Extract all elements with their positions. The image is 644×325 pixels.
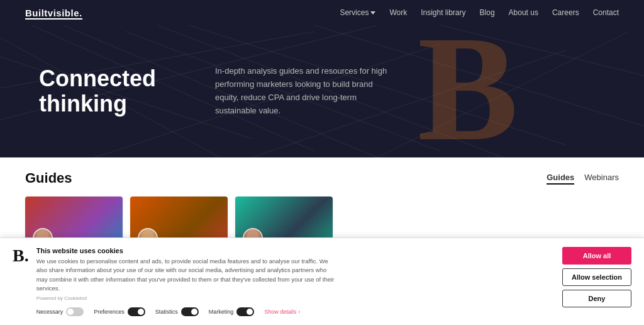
section-header: Guides Guides Webinars [25, 170, 619, 186]
toggle-preferences: Preferences [94, 307, 145, 316]
toggle-marketing-switch[interactable] [236, 307, 254, 316]
nav-work[interactable]: Work [389, 8, 407, 17]
cookie-banner: B. This website uses cookies We use cook… [0, 237, 644, 325]
cookie-title: This website uses cookies [36, 247, 552, 254]
toggle-necessary: Necessary [36, 307, 84, 316]
nav-blog[interactable]: Blog [480, 8, 495, 17]
section-tabs: Guides Webinars [547, 173, 619, 185]
section-title: Guides [25, 170, 72, 186]
hero-description: In-depth analysis guides and resources f… [215, 65, 391, 117]
toggle-preferences-label: Preferences [94, 309, 125, 315]
nav-services[interactable]: Services [340, 8, 375, 17]
chevron-down-icon [370, 11, 375, 14]
toggle-necessary-thumb [67, 309, 74, 315]
toggle-statistics-label: Statistics [155, 309, 178, 315]
cookie-toggles: Necessary Preferences Statistics [36, 307, 552, 316]
tab-webinars[interactable]: Webinars [584, 173, 619, 185]
nav-careers[interactable]: Careers [552, 8, 579, 17]
show-details-link[interactable]: Show details › [264, 309, 300, 315]
deny-button[interactable]: Deny [562, 290, 631, 307]
cookie-buttons: Allow all Allow selection Deny [562, 247, 631, 307]
cookie-text-area: This website uses cookies We use cookies… [36, 247, 552, 316]
toggle-preferences-switch[interactable] [128, 307, 145, 316]
site-logo[interactable]: Builtvisible. [25, 8, 82, 18]
chevron-right-icon: › [298, 309, 300, 315]
toggle-statistics-switch[interactable] [181, 307, 199, 316]
toggle-marketing-thumb [247, 309, 253, 315]
toggle-preferences-thumb [138, 309, 144, 315]
cookie-left: B. This website uses cookies We use cook… [13, 247, 552, 316]
nav-contact[interactable]: Contact [593, 8, 619, 17]
toggle-marketing-label: Marketing [209, 309, 234, 315]
nav-about-us[interactable]: About us [509, 8, 538, 17]
nav-insight-library[interactable]: Insight library [421, 8, 465, 17]
allow-selection-button[interactable]: Allow selection [562, 268, 631, 286]
nav-links: Services Work Insight library Blog About… [340, 8, 619, 17]
navigation: Builtvisible. Services Work Insight libr… [0, 0, 644, 25]
toggle-statistics-thumb [191, 309, 197, 315]
cookie-logo: B. [13, 247, 29, 265]
toggle-statistics: Statistics [155, 307, 199, 316]
allow-all-button[interactable]: Allow all [562, 247, 631, 265]
hero-title: Connected thinking [39, 66, 165, 116]
cookie-powered-by: Powered by Cookiebot [36, 295, 552, 301]
toggle-necessary-switch[interactable] [66, 307, 84, 316]
tab-guides[interactable]: Guides [547, 173, 574, 185]
hero-section: B Connected thinking In-depth analysis g… [0, 25, 644, 157]
toggle-marketing: Marketing [209, 307, 255, 316]
toggle-necessary-label: Necessary [36, 309, 64, 315]
hero-content: Connected thinking In-depth analysis gui… [39, 65, 605, 117]
cookie-body: We use cookies to personalise content an… [36, 257, 338, 293]
